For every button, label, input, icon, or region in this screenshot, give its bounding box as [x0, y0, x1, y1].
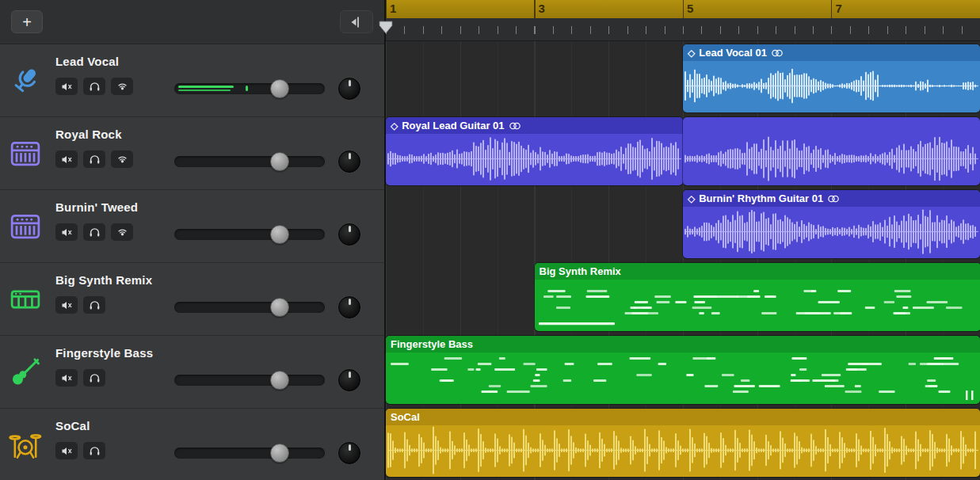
track-list: Lead Vocal Royal Rock Burnin' Tweed [0, 44, 384, 480]
mute-icon [61, 154, 73, 165]
waveform [387, 426, 978, 474]
region-label: ◇Lead Vocal 01 [683, 44, 980, 61]
region-burnin-rhythm-guitar-01[interactable]: ◇Burnin' Rhythm Guitar 01 [683, 190, 980, 258]
volume-slider-thumb[interactable] [270, 79, 289, 98]
headphones-icon [89, 300, 101, 310]
pan-knob[interactable] [338, 369, 360, 391]
headphones-button[interactable] [83, 369, 105, 387]
track-header[interactable]: SoCal [0, 409, 384, 480]
region-label: Big Synth Remix [535, 263, 980, 280]
region-loop-continuation[interactable] [683, 117, 980, 185]
monitor-button[interactable] [111, 78, 133, 95]
track-buttons [55, 442, 105, 459]
track-header[interactable]: Lead Vocal [0, 44, 384, 117]
region-royal-lead-guitar-01[interactable]: ◇Royal Lead Guitar 01 [386, 117, 683, 185]
track-buttons [55, 150, 133, 168]
pan-knob[interactable] [338, 296, 360, 318]
headphones-button[interactable] [83, 223, 105, 241]
drum-kit-icon [8, 428, 43, 463]
catch-playhead-button[interactable] [340, 10, 373, 33]
track-buttons [55, 223, 133, 241]
track-name: Fingerstyle Bass [55, 346, 153, 360]
waveform [684, 135, 978, 183]
volume-slider[interactable] [174, 375, 325, 386]
amp-icon [8, 136, 43, 171]
volume-slider-thumb[interactable] [270, 152, 289, 171]
follow-tempo-marker-icon: ◇ [391, 120, 398, 131]
track-header[interactable]: Royal Rock [0, 117, 384, 190]
midi-notes [536, 280, 979, 329]
track-panel-toolbar: + [0, 0, 384, 44]
mute-button[interactable] [55, 78, 78, 95]
mute-icon [61, 227, 73, 238]
headphones-icon [89, 154, 101, 165]
region-big-synth-remix[interactable]: Big Synth Remix [535, 263, 980, 331]
pan-knob[interactable] [338, 442, 360, 464]
region-socal[interactable]: SoCal [386, 409, 980, 477]
region-lead-vocal-01[interactable]: ◇Lead Vocal 01 [683, 44, 980, 112]
volume-slider[interactable] [174, 302, 325, 313]
region-fingerstyle-bass[interactable]: Fingerstyle Bass [386, 336, 980, 404]
playhead-arrow-icon [349, 15, 364, 29]
mute-button[interactable] [55, 369, 78, 387]
track-header[interactable]: Burnin' Tweed [0, 190, 384, 263]
pan-knob[interactable] [338, 78, 360, 100]
track-buttons [55, 369, 105, 387]
mute-button[interactable] [55, 442, 78, 459]
track-name: Lead Vocal [55, 55, 119, 68]
region-name: Lead Vocal 01 [699, 47, 767, 59]
monitoring-icon [116, 154, 128, 165]
follow-tempo-marker-icon: ◇ [688, 48, 695, 59]
headphones-icon [89, 373, 101, 383]
pan-knob[interactable] [338, 150, 360, 173]
volume-slider[interactable] [174, 83, 325, 94]
region-name: Burnin' Rhythm Guitar 01 [699, 192, 823, 204]
mute-button[interactable] [55, 296, 78, 314]
volume-slider[interactable] [174, 156, 325, 167]
mute-button[interactable] [55, 150, 78, 168]
track-header[interactable]: Fingerstyle Bass [0, 336, 384, 409]
ruler-tick-strip[interactable] [386, 18, 980, 41]
volume-slider[interactable] [174, 448, 325, 459]
track-name: SoCal [55, 419, 90, 432]
track-header[interactable]: Big Synth Remix [0, 263, 384, 336]
mute-icon [61, 300, 73, 310]
add-track-button[interactable]: + [11, 10, 43, 33]
level-meter [178, 86, 265, 92]
bass-guitar-icon [8, 355, 43, 390]
bass-guitar-icon [8, 355, 43, 390]
timeline: 1357 ◇Lead Vocal 01◇Royal Lead Guitar 01… [386, 0, 980, 480]
monitor-button[interactable] [111, 150, 133, 168]
headphones-button[interactable] [83, 150, 105, 168]
mute-icon [61, 446, 73, 456]
region-label: ◇Burnin' Rhythm Guitar 01 [683, 190, 980, 207]
volume-slider-thumb[interactable] [270, 444, 289, 463]
monitor-button[interactable] [111, 223, 133, 241]
waveform [387, 135, 681, 183]
monitoring-icon [116, 227, 128, 238]
playhead[interactable] [379, 21, 393, 34]
pan-knob-notch [349, 226, 351, 232]
ruler-measure-label: 1 [386, 2, 396, 15]
ruler-measure-label: 3 [535, 2, 545, 15]
microphone-icon [8, 63, 43, 98]
pan-knob-notch [349, 153, 351, 159]
volume-slider-thumb[interactable] [270, 225, 289, 244]
interlocked-rings-icon [771, 48, 784, 58]
mute-button[interactable] [55, 223, 78, 241]
ruler-measure-label: 5 [683, 2, 693, 15]
beat-ruler[interactable]: 1357 [386, 0, 980, 18]
headphones-button[interactable] [83, 78, 105, 95]
pan-knob[interactable] [338, 223, 360, 246]
headphones-icon [89, 227, 101, 238]
synth-keyboard-icon [8, 282, 43, 317]
region-label: Fingerstyle Bass [386, 336, 980, 352]
pan-knob-notch [349, 444, 351, 451]
headphones-button[interactable] [83, 296, 105, 314]
volume-slider-thumb[interactable] [270, 298, 289, 317]
headphones-button[interactable] [83, 442, 105, 459]
mute-icon [61, 373, 73, 383]
region-name: Fingerstyle Bass [391, 338, 473, 350]
volume-slider-thumb[interactable] [270, 371, 289, 390]
volume-slider[interactable] [174, 229, 325, 240]
